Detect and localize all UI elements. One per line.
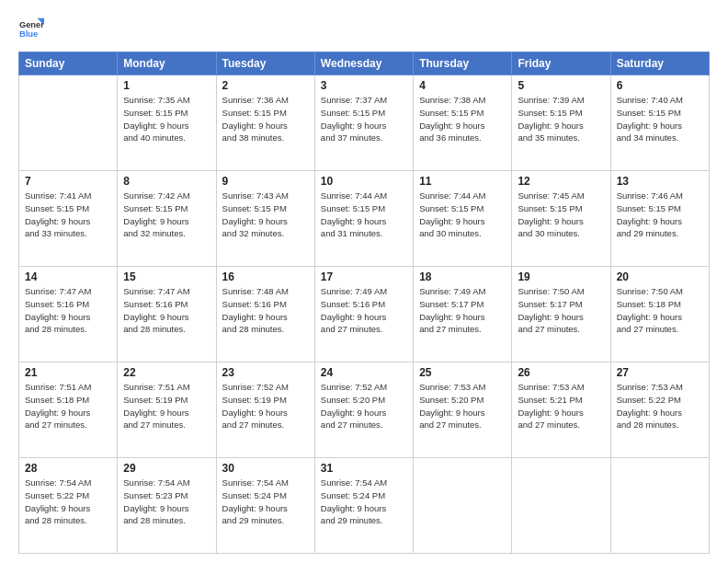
- calendar-table: SundayMondayTuesdayWednesdayThursdayFrid…: [18, 52, 710, 554]
- calendar-cell: 7Sunrise: 7:41 AMSunset: 5:15 PMDaylight…: [19, 171, 118, 267]
- calendar-cell: 1Sunrise: 7:35 AMSunset: 5:15 PMDaylight…: [118, 75, 216, 171]
- day-number: 15: [123, 270, 210, 283]
- calendar-cell: 17Sunrise: 7:49 AMSunset: 5:16 PMDayligh…: [314, 267, 413, 362]
- day-info: Sunrise: 7:52 AMSunset: 5:19 PMDaylight:…: [222, 381, 309, 431]
- day-info: Sunrise: 7:47 AMSunset: 5:16 PMDaylight:…: [25, 285, 111, 336]
- calendar-cell: 11Sunrise: 7:44 AMSunset: 5:15 PMDayligh…: [414, 171, 512, 267]
- day-info: Sunrise: 7:54 AMSunset: 5:24 PMDaylight:…: [321, 477, 407, 527]
- calendar-cell: 28Sunrise: 7:54 AMSunset: 5:22 PMDayligh…: [19, 458, 118, 554]
- calendar-cell: 8Sunrise: 7:42 AMSunset: 5:15 PMDaylight…: [118, 171, 216, 267]
- day-number: 16: [222, 270, 309, 283]
- day-number: 3: [321, 79, 407, 92]
- header: General Blue: [18, 17, 710, 42]
- calendar-cell: 25Sunrise: 7:53 AMSunset: 5:20 PMDayligh…: [414, 362, 512, 458]
- calendar-cell: 2Sunrise: 7:36 AMSunset: 5:15 PMDaylight…: [216, 75, 314, 171]
- weekday-header-friday: Friday: [512, 52, 610, 75]
- logo-icon: General Blue: [18, 17, 44, 42]
- day-info: Sunrise: 7:38 AMSunset: 5:15 PMDaylight:…: [419, 94, 506, 144]
- day-number: 4: [419, 79, 506, 92]
- calendar-cell: 10Sunrise: 7:44 AMSunset: 5:15 PMDayligh…: [314, 171, 413, 267]
- day-number: 19: [518, 270, 604, 283]
- weekday-header-wednesday: Wednesday: [314, 52, 413, 75]
- day-info: Sunrise: 7:47 AMSunset: 5:16 PMDaylight:…: [123, 285, 210, 336]
- day-info: Sunrise: 7:35 AMSunset: 5:15 PMDaylight:…: [123, 94, 210, 144]
- calendar-cell: 14Sunrise: 7:47 AMSunset: 5:16 PMDayligh…: [19, 267, 118, 362]
- day-number: 17: [321, 270, 407, 283]
- day-info: Sunrise: 7:53 AMSunset: 5:20 PMDaylight:…: [419, 381, 506, 431]
- calendar-cell: 31Sunrise: 7:54 AMSunset: 5:24 PMDayligh…: [314, 458, 413, 554]
- svg-text:General: General: [19, 20, 44, 29]
- svg-text:Blue: Blue: [19, 29, 38, 39]
- calendar-cell: [414, 458, 512, 554]
- calendar-cell: 12Sunrise: 7:45 AMSunset: 5:15 PMDayligh…: [512, 171, 610, 267]
- day-number: 6: [617, 79, 703, 92]
- calendar-cell: 20Sunrise: 7:50 AMSunset: 5:18 PMDayligh…: [610, 267, 709, 362]
- day-info: Sunrise: 7:40 AMSunset: 5:15 PMDaylight:…: [617, 94, 703, 144]
- day-number: 10: [321, 175, 407, 188]
- day-number: 2: [222, 79, 309, 92]
- weekday-header-sunday: Sunday: [19, 52, 118, 75]
- day-info: Sunrise: 7:52 AMSunset: 5:20 PMDaylight:…: [321, 381, 407, 431]
- day-info: Sunrise: 7:50 AMSunset: 5:17 PMDaylight:…: [518, 285, 604, 336]
- day-info: Sunrise: 7:49 AMSunset: 5:17 PMDaylight:…: [419, 285, 506, 336]
- week-row-2: 7Sunrise: 7:41 AMSunset: 5:15 PMDaylight…: [19, 171, 710, 267]
- day-number: 12: [518, 175, 604, 188]
- day-number: 20: [617, 270, 703, 283]
- day-info: Sunrise: 7:51 AMSunset: 5:19 PMDaylight:…: [123, 381, 210, 431]
- calendar-cell: 24Sunrise: 7:52 AMSunset: 5:20 PMDayligh…: [314, 362, 413, 458]
- calendar-cell: 29Sunrise: 7:54 AMSunset: 5:23 PMDayligh…: [118, 458, 216, 554]
- calendar-cell: 21Sunrise: 7:51 AMSunset: 5:18 PMDayligh…: [19, 362, 118, 458]
- day-info: Sunrise: 7:53 AMSunset: 5:22 PMDaylight:…: [617, 381, 703, 431]
- day-number: 23: [222, 366, 309, 379]
- day-info: Sunrise: 7:36 AMSunset: 5:15 PMDaylight:…: [222, 94, 309, 144]
- day-info: Sunrise: 7:46 AMSunset: 5:15 PMDaylight:…: [617, 190, 703, 240]
- calendar-cell: 9Sunrise: 7:43 AMSunset: 5:15 PMDaylight…: [216, 171, 314, 267]
- weekday-header-tuesday: Tuesday: [216, 52, 314, 75]
- day-number: 26: [518, 366, 604, 379]
- day-number: 21: [25, 366, 111, 379]
- weekday-header-saturday: Saturday: [610, 52, 709, 75]
- day-number: 30: [222, 462, 309, 475]
- day-number: 29: [123, 462, 210, 475]
- day-number: 9: [222, 175, 309, 188]
- day-number: 7: [25, 175, 111, 188]
- day-info: Sunrise: 7:43 AMSunset: 5:15 PMDaylight:…: [222, 190, 309, 240]
- week-row-5: 28Sunrise: 7:54 AMSunset: 5:22 PMDayligh…: [19, 458, 710, 554]
- calendar-cell: 27Sunrise: 7:53 AMSunset: 5:22 PMDayligh…: [610, 362, 709, 458]
- week-row-4: 21Sunrise: 7:51 AMSunset: 5:18 PMDayligh…: [19, 362, 710, 458]
- day-number: 27: [617, 366, 703, 379]
- day-number: 28: [25, 462, 111, 475]
- day-number: 18: [419, 270, 506, 283]
- calendar-cell: 4Sunrise: 7:38 AMSunset: 5:15 PMDaylight…: [414, 75, 512, 171]
- calendar-cell: 22Sunrise: 7:51 AMSunset: 5:19 PMDayligh…: [118, 362, 216, 458]
- calendar-cell: 19Sunrise: 7:50 AMSunset: 5:17 PMDayligh…: [512, 267, 610, 362]
- day-info: Sunrise: 7:45 AMSunset: 5:15 PMDaylight:…: [518, 190, 604, 240]
- calendar-cell: [610, 458, 709, 554]
- calendar-cell: 30Sunrise: 7:54 AMSunset: 5:24 PMDayligh…: [216, 458, 314, 554]
- day-number: 31: [321, 462, 407, 475]
- day-number: 5: [518, 79, 604, 92]
- weekday-header-row: SundayMondayTuesdayWednesdayThursdayFrid…: [19, 52, 710, 75]
- calendar-cell: 18Sunrise: 7:49 AMSunset: 5:17 PMDayligh…: [414, 267, 512, 362]
- week-row-1: 1Sunrise: 7:35 AMSunset: 5:15 PMDaylight…: [19, 75, 710, 171]
- calendar-page: General Blue SundayMondayTuesdayWednesda…: [0, 0, 728, 563]
- day-number: 13: [617, 175, 703, 188]
- day-number: 11: [419, 175, 506, 188]
- day-info: Sunrise: 7:37 AMSunset: 5:15 PMDaylight:…: [321, 94, 407, 144]
- day-number: 14: [25, 270, 111, 283]
- day-info: Sunrise: 7:54 AMSunset: 5:23 PMDaylight:…: [123, 477, 210, 527]
- day-info: Sunrise: 7:44 AMSunset: 5:15 PMDaylight:…: [419, 190, 506, 240]
- calendar-cell: 26Sunrise: 7:53 AMSunset: 5:21 PMDayligh…: [512, 362, 610, 458]
- day-info: Sunrise: 7:44 AMSunset: 5:15 PMDaylight:…: [321, 190, 407, 240]
- calendar-cell: 5Sunrise: 7:39 AMSunset: 5:15 PMDaylight…: [512, 75, 610, 171]
- day-info: Sunrise: 7:51 AMSunset: 5:18 PMDaylight:…: [25, 381, 111, 431]
- day-info: Sunrise: 7:54 AMSunset: 5:22 PMDaylight:…: [25, 477, 111, 527]
- day-number: 24: [321, 366, 407, 379]
- calendar-cell: [512, 458, 610, 554]
- logo: General Blue: [18, 17, 44, 42]
- weekday-header-monday: Monday: [118, 52, 216, 75]
- day-number: 8: [123, 175, 210, 188]
- calendar-cell: 13Sunrise: 7:46 AMSunset: 5:15 PMDayligh…: [610, 171, 709, 267]
- day-info: Sunrise: 7:42 AMSunset: 5:15 PMDaylight:…: [123, 190, 210, 240]
- calendar-cell: 3Sunrise: 7:37 AMSunset: 5:15 PMDaylight…: [314, 75, 413, 171]
